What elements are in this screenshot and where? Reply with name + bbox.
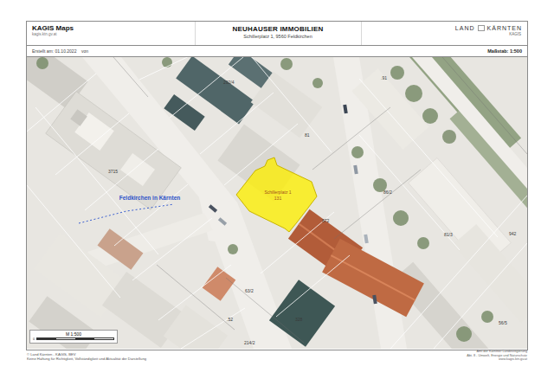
- print-page: KAGIS Maps kagis.ktn.gv.at NEUHAUSER IMM…: [0, 0, 554, 392]
- page-subtitle: Schillerplatz 1, 9560 Feldkirchen: [196, 34, 360, 40]
- scalebar-zero-label: 0: [33, 337, 35, 341]
- logo-kagis-text: KAGIS: [455, 32, 521, 36]
- scalebar-bar: [36, 337, 114, 340]
- parcel-number-label: 214/2: [244, 340, 255, 345]
- municipality-label: Feldkirchen in Kärnten: [119, 195, 180, 201]
- logo-text-land: LAND: [455, 25, 475, 31]
- kaernten-flag-icon: [478, 25, 485, 31]
- parcel-number-label: 63/2: [245, 288, 254, 293]
- land-kaernten-logo: LAND KÄRNTEN KAGIS: [455, 25, 522, 36]
- copyright-note: © Land Kärnten - KAGIS, BEV Keine Haftun…: [27, 352, 146, 361]
- parcel-number-label: 81/3: [444, 232, 453, 237]
- map-canvas: Schillerplatz 1 131 Feldkirchen in Kärnt…: [27, 57, 527, 349]
- page-title: NEUHAUSER IMMOBILIEN: [196, 25, 360, 34]
- parcel-number-label: 872: [322, 218, 330, 223]
- parcel-number-label: 81: [305, 132, 310, 138]
- scalebar: M 1:500 0: [29, 330, 118, 344]
- created-date-text: Erstellt am: 01.10.2022 von: [32, 48, 88, 54]
- map-sheet-frame: KAGIS Maps kagis.ktn.gv.at NEUHAUSER IMM…: [26, 21, 528, 350]
- parcel-number-label: 56/5: [499, 320, 507, 325]
- document-title-block: NEUHAUSER IMMOBILIEN Schillerplatz 1, 95…: [196, 25, 360, 40]
- highlight-parcel-number: 131: [274, 196, 282, 201]
- aerial-map: Schillerplatz 1 131 Feldkirchen in Kärnt…: [27, 57, 527, 349]
- scale-text: Maßstab: 1:500: [487, 48, 522, 54]
- parcel-number-label: 328: [295, 317, 303, 322]
- disclaimer-line: Keine Haftung für Richtigkeit, Vollständ…: [27, 357, 146, 361]
- parcel-number-label: .91: [381, 75, 387, 80]
- parcel-number-label: 86/2: [383, 190, 392, 195]
- parcel-number-label: 942: [509, 231, 517, 236]
- app-branding: KAGIS Maps kagis.ktn.gv.at: [32, 24, 74, 36]
- header-divider: [361, 22, 362, 45]
- authority-note: Amt der Kärntner Landesregierung Abt. 8 …: [467, 350, 527, 362]
- sheet-header: KAGIS Maps kagis.ktn.gv.at NEUHAUSER IMM…: [27, 22, 527, 46]
- parcel-number-label: .52: [227, 317, 233, 322]
- app-subtitle: kagis.ktn.gv.at: [32, 32, 74, 36]
- app-title: KAGIS Maps: [32, 24, 74, 32]
- logo-text-kaernten: KÄRNTEN: [487, 25, 522, 31]
- parcel-number-label: 3715: [108, 169, 118, 174]
- meta-row: Erstellt am: 01.10.2022 von Maßstab: 1:5…: [27, 46, 527, 57]
- parcel-number-label: 292/4: [223, 80, 235, 85]
- highlight-address-label: Schillerplatz 1: [264, 190, 291, 195]
- authority-line-3: www.kagis.ktn.gv.at: [467, 357, 527, 362]
